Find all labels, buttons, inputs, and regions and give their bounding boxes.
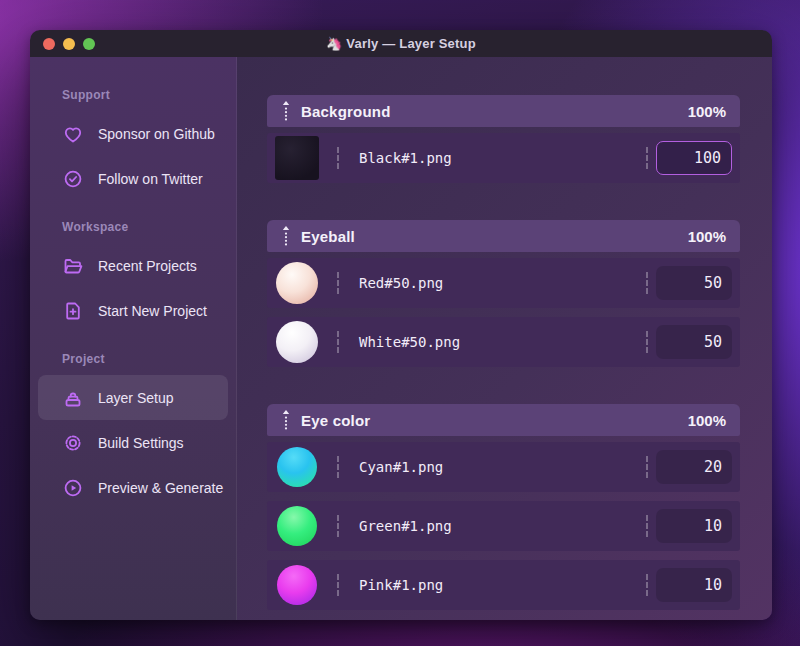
divider [646,515,648,537]
layer-weight-input[interactable] [656,509,732,543]
layer-file-name: Pink#1.png [359,577,443,593]
layer-weight-input[interactable] [656,568,732,602]
layer-group-eye-color: Eye color 100% Cyan#1.png Gre [267,404,740,610]
gear-icon [62,432,84,454]
close-button[interactable] [43,38,55,50]
layer-thumbnail-black [275,136,319,180]
section-label-support: Support [62,87,236,103]
group-header[interactable]: Background 100% [267,95,740,127]
group-header[interactable]: Eyeball 100% [267,220,740,252]
sidebar-item-label: Start New Project [98,303,207,319]
layer-file-name: Green#1.png [359,518,452,534]
window-title: 🦄 Varly — Layer Setup [30,36,772,51]
folder-open-icon [62,255,84,277]
drag-handle-icon[interactable] [281,409,291,431]
layer-row-black: Black#1.png [267,133,740,183]
sidebar-item-label: Build Settings [98,435,184,451]
layer-weight-input[interactable] [656,141,732,175]
sidebar-item-label: Follow on Twitter [98,171,203,187]
layer-group-background: Background 100% Black#1.png [267,95,740,183]
layer-file-name: Cyan#1.png [359,459,443,475]
layer-file-name: Black#1.png [359,150,452,166]
sidebar-item-preview-generate[interactable]: Preview & Generate [38,465,228,510]
layer-row-cyan: Cyan#1.png [267,442,740,492]
layer-group-eyeball: Eyeball 100% Red#50.png White [267,220,740,367]
sidebar-item-label: Recent Projects [98,258,197,274]
traffic-lights [43,30,95,57]
layers-icon [62,387,84,409]
group-header[interactable]: Eye color 100% [267,404,740,436]
divider [646,456,648,478]
layer-weight-input[interactable] [656,450,732,484]
desktop-background: 🦄 Varly — Layer Setup Support Sponsor on… [0,0,800,646]
sidebar-section-workspace: Workspace Recent Projects Start New Proj… [30,219,236,333]
sidebar-item-layer-setup[interactable]: Layer Setup [38,375,228,420]
heart-icon [62,123,84,145]
group-title: Eyeball [301,228,355,245]
play-circle-icon [62,477,84,499]
layer-thumbnail-white-sphere [275,320,319,364]
title-bar[interactable]: 🦄 Varly — Layer Setup [30,30,772,57]
group-title: Eye color [301,412,370,429]
section-label-workspace: Workspace [62,219,236,235]
layer-row-white: White#50.png [267,317,740,367]
section-label-project: Project [62,351,236,367]
sidebar-item-follow-on-twitter[interactable]: Follow on Twitter [38,156,228,201]
sidebar-section-support: Support Sponsor on Github Follow on Twit… [30,87,236,201]
layer-setup-panel: Background 100% Black#1.png [237,57,772,620]
minimize-button[interactable] [63,38,75,50]
sidebar: Support Sponsor on Github Follow on Twit… [30,57,237,620]
divider [337,331,339,353]
divider [337,515,339,537]
drag-handle-icon[interactable] [281,225,291,247]
layer-thumbnail-green-sphere [275,504,319,548]
layer-weight-input[interactable] [656,266,732,300]
divider [337,272,339,294]
layer-file-name: White#50.png [359,334,460,350]
drag-handle-icon[interactable] [281,100,291,122]
sidebar-section-project: Project Layer Setup Build Settings [30,351,236,510]
divider [337,456,339,478]
sidebar-item-label: Preview & Generate [98,480,223,496]
sidebar-item-build-settings[interactable]: Build Settings [38,420,228,465]
divider [337,147,339,169]
divider [646,574,648,596]
badge-check-icon [62,168,84,190]
divider [646,331,648,353]
layer-weight-input[interactable] [656,325,732,359]
zoom-button[interactable] [83,38,95,50]
layer-thumbnail-pink-sphere [275,563,319,607]
layer-row-green: Green#1.png [267,501,740,551]
sidebar-item-recent-projects[interactable]: Recent Projects [38,243,228,288]
divider [646,272,648,294]
group-opacity: 100% [688,228,726,245]
file-plus-icon [62,300,84,322]
layer-row-pink: Pink#1.png [267,560,740,610]
layer-thumbnail-cyan-sphere [275,445,319,489]
layer-row-red: Red#50.png [267,258,740,308]
group-opacity: 100% [688,103,726,120]
layer-file-name: Red#50.png [359,275,443,291]
layer-thumbnail-red-sphere [275,261,319,305]
divider [646,147,648,169]
sidebar-item-label: Layer Setup [98,390,174,406]
group-opacity: 100% [688,412,726,429]
sidebar-item-label: Sponsor on Github [98,126,215,142]
group-title: Background [301,103,391,120]
app-window: 🦄 Varly — Layer Setup Support Sponsor on… [30,30,772,620]
sidebar-item-start-new-project[interactable]: Start New Project [38,288,228,333]
divider [337,574,339,596]
sidebar-item-sponsor-on-github[interactable]: Sponsor on Github [38,111,228,156]
